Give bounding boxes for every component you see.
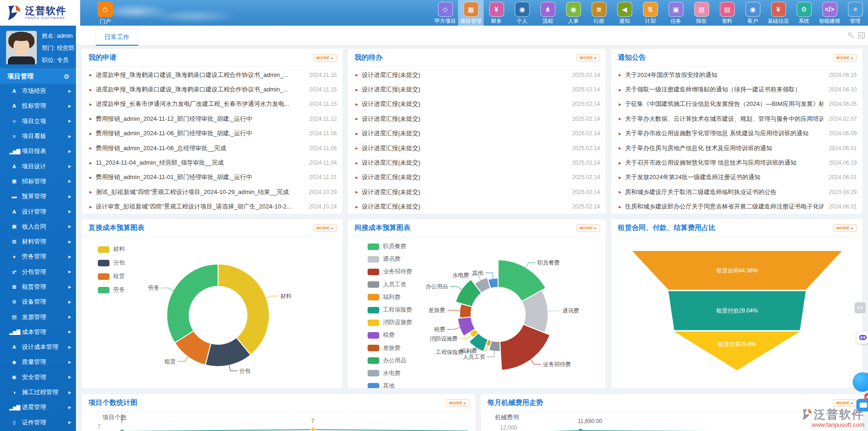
portal-button[interactable]: ⌂ 门户 [95,1,116,26]
list-item[interactable]: ▸住房和城乡建设部办公厅关于同意吉林省开展二级建造师注册证书电子化试点...20… [611,200,862,214]
sidebar-item-income-contract[interactable]: ▣收入合同▶ [0,219,76,234]
list-item[interactable]: ▸于征集《中国建筑施工行业信息化发展报告（2024）—BIM应用与发展》材料..… [611,97,862,111]
list-item[interactable]: ▸费用报销_admin_2024-11-12_部门经理审批_胡建,_运行中202… [82,111,342,126]
list-item[interactable]: ▸设计进度汇报(未提交)2025.02.14 [348,170,606,185]
more-button[interactable]: MORE ▸ [833,399,857,407]
more-button[interactable]: MORE ▸ [576,224,600,232]
funnel-tier-租赁结算[interactable] [674,332,800,370]
item-text: 设计进度汇报(未提交) [362,71,567,79]
list-item[interactable]: ▸关于2024年国庆节放假安排的通知2024.06.15 [611,68,862,82]
gear-icon[interactable]: ⚙ [63,73,69,80]
sidebar-item-labor-management[interactable]: ♦劳务管理▶ [0,249,76,264]
top-menu-administration[interactable]: ≋行政 [586,0,612,26]
sidebar-item-equipment-management[interactable]: ⚙设备管理▶ [0,294,76,309]
sidebar-item-material-management[interactable]: ⊞材料管理▶ [0,234,76,249]
data-point[interactable] [579,429,582,431]
sidebar-item-design-management[interactable]: A设计管理▶ [0,204,76,219]
sidebar-item-project-report[interactable]: ▂▅▇项目报表▶ [0,144,76,159]
list-item[interactable]: ▸设计进度汇报(未提交)2025.02.14 [348,68,606,82]
list-item[interactable]: ▸设计进度汇报(未提交)2025.02.14 [348,155,606,170]
donut-slice-劳务[interactable] [167,264,218,343]
list-item[interactable]: ▸关于召开市政公用设施智慧化管理 信息技术与应用培训班的通知2024.06.19 [611,155,862,170]
sidebar-item-cost-management[interactable]: ▂▅▇成本管理▶ [0,325,76,340]
list-item[interactable]: ▸测试_彭祖新城"四馆"景观工程设计项目_2024-10-29_admin_结束… [82,185,342,199]
list-item[interactable]: ▸费用报销_admin_2024-11-06_总经理审批__完成2024.11.… [82,141,342,155]
top-menu-notification[interactable]: ◀通知 [612,0,637,26]
sidebar-item-invoice-management[interactable]: ▤发票管理▶ [0,309,76,324]
sidebar-item-subcontract-management[interactable]: x²分包管理▶ [0,264,76,279]
top-menu-party-a-project[interactable]: ◇甲方项目 [432,0,458,26]
top-menu-hr[interactable]: ◉人事 [560,0,586,26]
list-item[interactable]: ▸设计进度汇报(未提交)2025.02.14 [348,200,606,214]
list-item[interactable]: ▸进度款申报_珠海鹤港口建设_珠海鹤港口建设工程合作协议书_admin_...2… [82,68,342,82]
top-menu-management[interactable]: ≡管理 [842,0,868,26]
top-menu-project-management[interactable]: ▦项目管理 [458,0,484,26]
top-menu-system[interactable]: ⚙系统 [791,0,817,26]
tab-daily-work[interactable]: 日常工作 [96,29,138,46]
list-item[interactable]: ▸关于举办住房与房地产信息化 技术及应用培训班的通知2024.06.01 [611,141,862,155]
list-item[interactable]: ▸进度款申报_长春市伊通河水力发电厂改建工程_长春市伊通河水力发电...2024… [82,97,342,111]
more-button[interactable]: MORE ▸ [833,224,857,232]
top-menu-workflow[interactable]: ⋔流程 [535,0,560,26]
list-item[interactable]: ▸设计进度汇报(未提交)2025.02.14 [348,141,606,155]
sidebar-item-project-design[interactable]: A项目设计▶ [0,159,76,174]
item-text: 进度款申报_长春市伊通河水力发电厂改建工程_长春市伊通河水力发电... [96,100,304,108]
contact-bubble-button[interactable] [853,372,868,392]
more-button[interactable]: MORE ▸ [313,224,337,232]
sidebar-item-construction-process-management[interactable]: ◑施工过程管理▶ [0,385,76,400]
more-button[interactable]: MORE ▸ [446,399,470,407]
top-menu-personal[interactable]: ◉个人 [509,0,535,26]
list-item[interactable]: ▸设计审查_彭祖新城"四馆"景观工程设计项目_请选择_胡广生_2024-10-2… [82,200,342,214]
sidebar-item-bidding-management[interactable]: A投标管理▶ [0,98,76,113]
sidebar-section-header[interactable]: 项目管理 ⚙ [0,69,76,83]
sidebar-item-quality-management[interactable]: ◆质量管理▶ [0,355,76,369]
sidebar-item-schedule-management[interactable]: ▂▅▇进度管理▶ [0,400,76,415]
list-item[interactable]: ▸设计进度汇报(未提交)2025.02.14 [348,126,606,141]
list-item[interactable]: ▸设计进度汇报(未提交)2025.02.14 [348,97,606,111]
bullet-icon: ▸ [355,116,358,122]
top-menu-base-info[interactable]: ¥基础信息 [765,0,791,26]
sidebar-item-safety-management[interactable]: ◉安全管理▶ [0,370,76,385]
list-item[interactable]: ▸费用报销_admin_2024-11-01_部门经理审批_胡建,_运行中202… [82,170,342,185]
top-menu-plan[interactable]: ⇅计划 [637,0,663,26]
sidebar-item-tender-management[interactable]: ▣招标管理▶ [0,174,76,189]
list-item[interactable]: ▸设计进度汇报(未提交)2025.02.14 [348,82,606,97]
more-button[interactable]: MORE ▸ [576,54,600,62]
list-item[interactable]: ▸设计进度汇报(未提交)2025.02.14 [348,111,606,126]
list-item[interactable]: ▸关于举办大数据、云计算技术在城市建设、规划、管理与服务中的应用培训班...20… [611,111,862,126]
list-item[interactable]: ▸设计进度汇报(未提交)2025.02.14 [348,185,606,199]
sidebar-item-project-initiation[interactable]: ≡项目立项▶ [0,114,76,129]
list-item[interactable]: ▸关于领取一级注册建造师增项贴的通知（须持一建证书前来领取）2024.06.10 [611,82,862,97]
data-point[interactable] [310,427,315,431]
sidebar-item-design-cost-management[interactable]: A设计成本管理▶ [0,340,76,355]
sidebar-item-lease-management[interactable]: ⊠租赁管理▶ [0,279,76,294]
item-date: 2024.06.10 [829,86,857,93]
ca-widget-button[interactable]: CA [854,302,866,313]
top-menu-document[interactable]: ▤资料 [714,0,740,26]
donut-slice-材料[interactable] [218,264,269,355]
more-button[interactable]: MORE ▸ [833,54,857,62]
smart-modeling-icon: </> [822,2,837,17]
top-menu-customer[interactable]: ◉客户 [740,0,765,26]
sidebar-item-budget-management[interactable]: ▬预算管理▶ [0,189,76,204]
key-icon[interactable] [847,32,855,39]
top-menu-task[interactable]: ▣任务 [663,0,689,26]
collapse-panel-icon[interactable] [858,32,865,39]
top-menu-finance[interactable]: ¥财务 [484,0,509,26]
top-menu-report[interactable]: ▤报告 [689,0,714,26]
more-button[interactable]: MORE ▸ [313,54,337,62]
item-text: 关于举办住房与房地产信息化 技术及应用培训班的通知 [625,144,823,153]
sidebar-item-certificate-management[interactable]: ▯证件管理▶ [0,415,76,430]
list-item[interactable]: ▸11_2024-11-04_admin_经营部_领导审批__完成2024.11… [82,155,342,170]
chevron-right-icon: ▶ [68,420,71,424]
assistant-widget-button[interactable] [856,331,868,344]
top-menu-smart-modeling[interactable]: </>智能建模 [817,0,842,26]
sidebar-item-project-board[interactable]: ≡项目看板▶ [0,129,76,144]
sidebar-item-market-operation[interactable]: A市场经营▶ [0,83,76,98]
list-item[interactable]: ▸关于举办市政公用设施数字化管理信息 系统建设与应用培训班的通知2024.06.… [611,126,862,141]
list-item[interactable]: ▸进度款申报_珠海鹤港口建设_珠海鹤港口建设工程合作协议书_admin_...2… [82,82,342,97]
list-item[interactable]: ▸房和城乡建设厅关于取消二级建造师临时执业证书的公告2023.08.29 [611,185,862,199]
list-item[interactable]: ▸费用报销_admin_2024-11-06_部门经理审批_胡建,_运行中202… [82,126,342,141]
list-item[interactable]: ▸关于发放2024年第24批一级建造师注册证书的通知2024.06.01 [611,170,862,185]
sidebar-item-label: 投标管理 [22,102,68,110]
